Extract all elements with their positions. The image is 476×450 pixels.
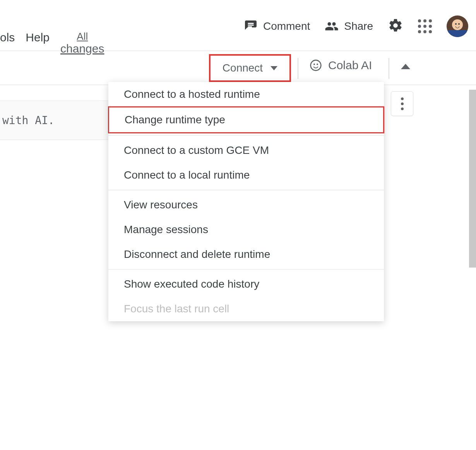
menu-separator xyxy=(108,269,384,269)
google-apps-button[interactable] xyxy=(418,19,432,33)
menu-change-runtime-type[interactable]: Change runtime type xyxy=(108,106,384,133)
settings-button[interactable] xyxy=(388,18,403,35)
menu-focus-last-cell: Focus the last run cell xyxy=(108,297,384,321)
top-toolbar: Comment Share ols Help All changes xyxy=(0,0,476,51)
top-actions: Comment Share xyxy=(244,15,468,37)
menu-connect-hosted[interactable]: Connect to a hosted runtime xyxy=(108,82,384,107)
dot-icon xyxy=(418,19,421,22)
share-button[interactable]: Share xyxy=(325,19,373,33)
menu-connect-local[interactable]: Connect to a local runtime xyxy=(108,163,384,188)
ai-face-icon xyxy=(310,59,322,72)
share-label: Share xyxy=(344,20,373,32)
menu-connect-gce[interactable]: Connect to a custom GCE VM xyxy=(108,138,384,163)
connect-button[interactable]: Connect xyxy=(209,54,291,82)
menu-separator xyxy=(108,135,384,136)
share-icon xyxy=(325,19,339,33)
gear-icon xyxy=(388,18,403,33)
menu-manage-sessions[interactable]: Manage sessions xyxy=(108,217,384,242)
cell-placeholder: with AI. xyxy=(2,114,55,127)
save-status-line1: All xyxy=(60,31,104,42)
comment-label: Comment xyxy=(263,20,310,32)
menu-tools[interactable]: ols xyxy=(0,31,15,44)
caret-down-icon xyxy=(271,66,277,70)
menu-disconnect-delete[interactable]: Disconnect and delete runtime xyxy=(108,242,384,267)
svg-point-0 xyxy=(311,60,321,71)
code-cell[interactable]: with AI. xyxy=(0,101,112,140)
scrollbar[interactable] xyxy=(469,90,476,268)
connect-label: Connect xyxy=(223,62,263,74)
comment-button[interactable]: Comment xyxy=(244,19,310,33)
colab-ai-label: Colab AI xyxy=(328,59,372,72)
svg-point-1 xyxy=(313,63,315,65)
comment-icon xyxy=(244,19,258,33)
menu-view-resources[interactable]: View resources xyxy=(108,193,384,217)
menu-separator xyxy=(108,190,384,190)
cell-kebab-button[interactable] xyxy=(391,91,413,116)
chevron-up-icon xyxy=(401,64,410,69)
collapse-button[interactable] xyxy=(398,59,413,74)
dot-icon xyxy=(401,97,404,100)
colab-ai-button[interactable]: Colab AI xyxy=(310,59,372,72)
svg-point-2 xyxy=(317,63,318,65)
account-avatar[interactable] xyxy=(447,15,468,37)
toolbar-divider-2 xyxy=(389,58,389,79)
connect-dropdown: Connect to a hosted runtime Change runti… xyxy=(108,82,384,321)
menu-help[interactable]: Help xyxy=(26,31,50,44)
menu-code-history[interactable]: Show executed code history xyxy=(108,272,384,297)
toolbar-divider xyxy=(298,58,298,79)
